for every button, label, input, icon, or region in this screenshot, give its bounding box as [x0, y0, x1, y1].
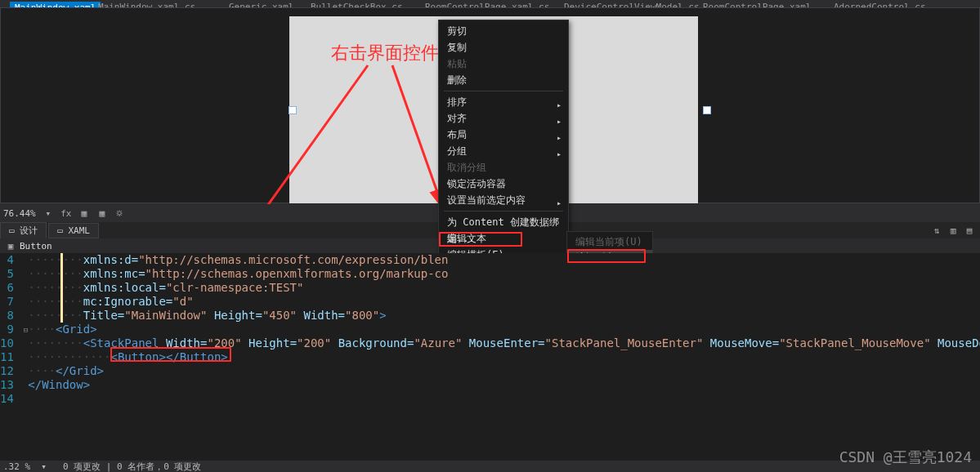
snap-icon[interactable]: ▦	[96, 207, 108, 219]
tab-xaml-view[interactable]: ▭ XAML	[48, 223, 99, 238]
status-bar: .32 % ▾ 0 项更改 | 0 名作者，0 项更改	[0, 461, 980, 472]
menu-set-selection[interactable]: 设置当前选定内容▸	[439, 192, 568, 208]
selection-handle-right[interactable]	[703, 106, 711, 114]
options-icon[interactable]: ⛭	[114, 207, 126, 219]
code-lines[interactable]: ········xmlns:d="http://schemas.microsof…	[28, 253, 980, 462]
menu-ungroup: 取消分组	[439, 159, 568, 176]
status-changes: 0 项更改 | 0 名作者，0 项更改	[63, 461, 202, 472]
annotation-text: 右击界面控件	[331, 41, 439, 65]
zoom-level[interactable]: 76.44%	[3, 208, 36, 219]
chevron-right-icon: ▸	[557, 195, 562, 212]
menu-layout[interactable]: 布局▸	[439, 127, 568, 143]
menu-group[interactable]: 分组▸	[439, 143, 568, 159]
menu-paste: 粘贴	[439, 56, 568, 72]
split-h-icon[interactable]: ▥	[947, 225, 959, 236]
tab-design-view[interactable]: ▭ 设计	[0, 222, 47, 239]
menu-copy[interactable]: 复制	[439, 39, 568, 56]
grid-icon[interactable]: ▦	[78, 207, 90, 219]
menu-align[interactable]: 对齐▸	[439, 110, 568, 127]
selection-handle-left[interactable]	[289, 106, 297, 114]
xaml-editor[interactable]: 4567891011121314 ⊟ ········xmlns:d="http…	[0, 253, 980, 462]
menu-edit-text[interactable]: 编辑文本	[439, 230, 568, 247]
menu-lock[interactable]: 锁定活动容器	[439, 176, 568, 192]
fx-icon[interactable]: fx	[60, 207, 72, 219]
menu-delete[interactable]: 删除	[439, 72, 568, 88]
chevron-down-icon[interactable]: ▾	[43, 207, 54, 219]
sync-icon[interactable]: ⇅	[931, 225, 942, 236]
menu-cut[interactable]: 剪切	[439, 23, 568, 39]
menu-separator	[444, 91, 563, 91]
target-icon: ▣	[5, 240, 16, 252]
menu-order[interactable]: 排序▸	[439, 94, 568, 110]
split-v-icon[interactable]: ▤	[964, 225, 975, 236]
status-zoom[interactable]: .32 %	[3, 461, 30, 472]
change-marker	[60, 253, 63, 323]
watermark: CSDN @王雪亮1024	[839, 448, 972, 467]
submenu-edit-current: 编辑当前项(U)	[567, 234, 652, 250]
menu-separator	[444, 211, 563, 212]
line-number-gutter: 4567891011121314	[0, 253, 24, 462]
menu-content-binding[interactable]: 为 Content 创建数据绑定...	[439, 214, 568, 230]
breadcrumb-segment[interactable]: Button	[20, 241, 52, 252]
